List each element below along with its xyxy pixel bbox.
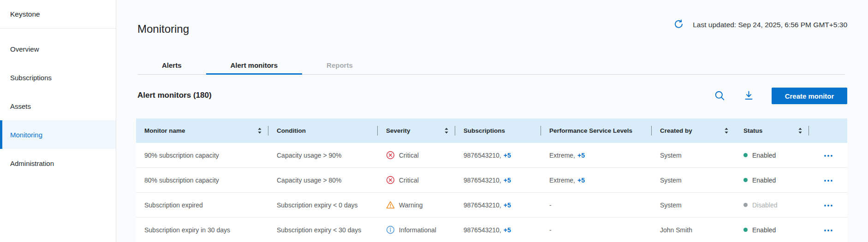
status-label: Enabled	[752, 226, 776, 234]
brand-keystone: Keystone	[0, 0, 116, 29]
last-updated-text: Last updated: Sep 24, 2025, 6:56 PM GMT+…	[693, 21, 847, 29]
psl-cell: -	[541, 218, 652, 242]
alert-monitors-table: Monitor name Condition Severity Subscrip…	[136, 118, 847, 242]
status-dot	[743, 203, 748, 207]
subscriptions-cell: 9876543210, +5	[455, 193, 541, 217]
status-label: Enabled	[752, 177, 776, 184]
status-label: Enabled	[752, 152, 776, 159]
column-header-severity[interactable]: Severity	[378, 118, 455, 143]
sort-icon	[798, 127, 803, 134]
refresh-icon	[673, 19, 684, 31]
warning-icon	[386, 201, 395, 209]
page-title: Monitoring	[137, 22, 189, 36]
tab-alert-monitors[interactable]: Alert monitors	[206, 56, 303, 74]
sort-icon	[444, 127, 449, 134]
monitor-name-cell: Subscription expiry in 30 days	[136, 218, 268, 242]
info-icon	[386, 225, 395, 234]
sidebar-item-administration[interactable]: Administration	[0, 149, 116, 177]
column-header-subscriptions: Subscriptions	[455, 118, 541, 143]
subscriptions-more-link[interactable]: +5	[504, 152, 511, 159]
column-header-monitor-name[interactable]: Monitor name	[136, 118, 268, 143]
psl-cell: -	[541, 193, 652, 217]
sort-icon	[257, 127, 262, 134]
created-by-cell: System	[652, 193, 735, 217]
sidebar: Keystone Overview Subscriptions Assets M…	[0, 0, 116, 242]
create-monitor-button[interactable]: Create monitor	[772, 88, 847, 104]
created-by-cell: System	[652, 143, 735, 167]
severity-cell: Critical	[378, 143, 455, 167]
tab-alerts[interactable]: Alerts	[137, 56, 206, 74]
row-actions-button[interactable]	[821, 149, 836, 161]
column-header-created-by[interactable]: Created by	[652, 118, 735, 143]
table-row: 80% subscription capacity Capacity usage…	[136, 168, 847, 193]
ellipsis-icon	[824, 201, 833, 208]
download-button[interactable]	[743, 89, 755, 102]
sidebar-item-overview[interactable]: Overview	[0, 35, 116, 63]
psl-cell: Extreme, +5	[541, 143, 652, 167]
condition-cell: Subscription expiry < 30 days	[268, 218, 378, 242]
sidebar-item-assets[interactable]: Assets	[0, 92, 116, 120]
column-header-status[interactable]: Status	[735, 118, 809, 143]
subscriptions-cell: 9876543210, +5	[455, 143, 541, 167]
severity-cell: Critical	[378, 168, 455, 192]
created-by-cell: System	[652, 168, 735, 192]
subscriptions-more-link[interactable]: +5	[504, 201, 511, 209]
severity-label: Critical	[399, 177, 419, 184]
ellipsis-icon	[824, 152, 833, 159]
condition-cell: Capacity usage > 90%	[268, 143, 378, 167]
created-by-cell: John Smith	[652, 218, 735, 242]
status-label: Disabled	[752, 201, 777, 209]
status-dot	[743, 178, 748, 182]
column-header-performance-service-levels: Performance Service Levels	[541, 118, 652, 143]
severity-label: Critical	[399, 152, 419, 159]
section-title: Alert monitors (180)	[137, 91, 212, 100]
psl-cell: Extreme, +5	[541, 168, 652, 192]
tab-reports[interactable]: Reports	[302, 56, 377, 74]
sidebar-nav: Overview Subscriptions Assets Monitoring…	[0, 29, 116, 177]
last-updated-area: Last updated: Sep 24, 2025, 6:56 PM GMT+…	[673, 19, 847, 30]
row-actions-button[interactable]	[821, 224, 836, 236]
sort-icon	[724, 127, 729, 134]
download-icon	[743, 96, 755, 103]
critical-icon	[386, 176, 395, 184]
row-actions-button[interactable]	[821, 174, 836, 186]
sidebar-item-monitoring[interactable]: Monitoring	[0, 120, 116, 149]
status-dot	[743, 228, 748, 232]
subscriptions-cell: 9876543210, +5	[455, 168, 541, 192]
column-header-actions	[809, 118, 847, 143]
status-cell: Enabled	[735, 218, 809, 242]
search-icon	[713, 96, 726, 103]
condition-cell: Capacity usage > 80%	[268, 168, 378, 192]
column-header-condition: Condition	[268, 118, 378, 143]
subscriptions-more-link[interactable]: +5	[504, 226, 511, 234]
tab-bar: Alerts Alert monitors Reports	[137, 56, 845, 75]
table-row: 90% subscription capacity Capacity usage…	[136, 143, 847, 168]
monitor-name-cell: 80% subscription capacity	[136, 168, 268, 192]
sidebar-item-subscriptions[interactable]: Subscriptions	[0, 63, 116, 92]
monitor-name-cell: Subscription expired	[136, 193, 268, 217]
psl-more-link[interactable]: +5	[577, 177, 585, 184]
table-row: Subscription expiry in 30 days Subscript…	[136, 218, 847, 242]
status-cell: Enabled	[735, 143, 809, 167]
row-actions-button[interactable]	[821, 199, 836, 211]
subscriptions-more-link[interactable]: +5	[504, 177, 511, 184]
status-cell: Disabled	[735, 193, 809, 217]
severity-label: Informational	[399, 226, 436, 234]
monitor-name-cell: 90% subscription capacity	[136, 143, 268, 167]
subscriptions-cell: 9876543210, +5	[455, 218, 541, 242]
severity-cell: Warning	[378, 193, 455, 217]
table-header-row: Monitor name Condition Severity Subscrip…	[136, 118, 847, 143]
ellipsis-icon	[824, 226, 833, 233]
psl-more-link[interactable]: +5	[577, 152, 585, 159]
table-row: Subscription expired Subscription expiry…	[136, 193, 847, 218]
condition-cell: Subscription expiry < 0 days	[268, 193, 378, 217]
critical-icon	[386, 151, 395, 159]
refresh-button[interactable]	[673, 19, 684, 30]
ellipsis-icon	[824, 177, 833, 183]
status-cell: Enabled	[735, 168, 809, 192]
severity-label: Warning	[399, 201, 423, 209]
search-button[interactable]	[713, 89, 726, 102]
status-dot	[743, 153, 748, 157]
severity-cell: Informational	[378, 218, 455, 242]
